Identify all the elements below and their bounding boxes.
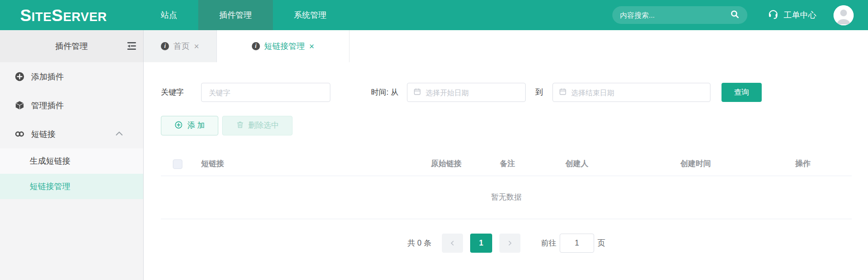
search-input[interactable] (620, 11, 730, 19)
nav-item-system-management[interactable]: 系统管理 (273, 0, 348, 30)
sidebar-item-manage-plugins[interactable]: 管理插件 (0, 91, 143, 120)
short-link-table: 短链接 原始链接 备注 创建人 创建时间 操作 暂无数据 (161, 152, 852, 219)
logo-letter: ITE (32, 10, 52, 24)
sidebar-subitem-generate-short-link[interactable]: 生成短链接 (0, 148, 143, 174)
info-icon (161, 42, 169, 50)
sidebar-title: 插件管理 (56, 41, 88, 52)
logo-letter: S (20, 6, 32, 24)
start-date-input[interactable] (407, 83, 526, 102)
end-date-input[interactable] (552, 83, 710, 102)
sidebar-item-label: 管理插件 (31, 100, 64, 111)
close-icon[interactable] (309, 42, 315, 51)
goto-page-input[interactable] (560, 234, 594, 253)
sidebar: 插件管理 添加插件 (0, 30, 144, 280)
keyword-label: 关键字 (161, 88, 184, 98)
delete-button-label: 删除选中 (248, 121, 279, 131)
ticket-center-label: 工单中心 (784, 10, 816, 21)
keyword-input[interactable] (201, 83, 330, 102)
close-icon[interactable] (194, 42, 199, 51)
add-button-label: 添 加 (187, 121, 204, 131)
content-panel: 关键字 时间: 从 到 (161, 83, 852, 253)
next-page-button[interactable] (499, 234, 520, 253)
sidebar-item-label: 添加插件 (31, 71, 64, 82)
action-row: 添 加 删除选中 (161, 116, 852, 135)
calendar-icon (413, 88, 421, 98)
page-layout: 插件管理 添加插件 (0, 30, 868, 280)
table-header-row: 短链接 原始链接 备注 创建人 创建时间 操作 (161, 152, 852, 176)
tab-home[interactable]: 首页 (144, 30, 217, 62)
header-search[interactable] (612, 6, 747, 24)
total-count: 共 0 条 (407, 238, 431, 248)
avatar[interactable] (834, 5, 854, 25)
trash-icon (236, 121, 244, 131)
sidebar-item-label: 短链接 (31, 129, 56, 140)
page-suffix-label: 页 (597, 238, 605, 248)
page-number-current[interactable]: 1 (470, 234, 492, 253)
link-icon (14, 129, 25, 139)
header-checkbox-cell (161, 159, 194, 169)
logo-letter: S (52, 6, 63, 24)
top-header: SITESERVER 站点 插件管理 系统管理 工单中心 (0, 0, 868, 30)
column-header-actions: 操作 (789, 159, 851, 169)
logo-letter: ERVER (63, 10, 107, 24)
tab-label: 短链接管理 (264, 41, 305, 52)
filter-row: 关键字 时间: 从 到 (161, 83, 852, 102)
sidebar-menu: 添加插件 管理插件 短 (0, 62, 143, 199)
main-nav: 站点 插件管理 系统管理 (140, 0, 348, 30)
query-button[interactable]: 查询 (721, 83, 762, 102)
column-header-short-link: 短链接 (194, 159, 424, 169)
search-icon[interactable] (730, 10, 740, 21)
column-header-creator: 创建人 (559, 159, 674, 169)
time-from-label: 时间: 从 (371, 88, 398, 98)
sidebar-item-short-link[interactable]: 短链接 (0, 120, 143, 148)
pagination: 共 0 条 1 前往 页 (161, 234, 852, 253)
to-label: 到 (535, 88, 543, 98)
select-all-checkbox[interactable] (173, 159, 182, 169)
prev-page-button[interactable] (442, 234, 463, 253)
end-date-field[interactable] (571, 89, 704, 97)
goto-label: 前往 (541, 238, 556, 248)
column-header-created-time: 创建时间 (674, 159, 789, 169)
nav-item-sites[interactable]: 站点 (140, 0, 198, 30)
column-header-note: 备注 (493, 159, 559, 169)
cube-icon (14, 100, 25, 111)
calendar-icon (559, 88, 567, 98)
sidebar-item-add-plugin[interactable]: 添加插件 (0, 62, 143, 91)
collapse-menu-icon[interactable] (126, 41, 137, 54)
tab-bar: 首页 短链接管理 (144, 30, 868, 62)
column-header-original-link: 原始链接 (424, 159, 493, 169)
circle-plus-icon (14, 71, 25, 82)
tab-label: 首页 (173, 41, 190, 52)
info-icon (252, 42, 260, 50)
tab-short-link-management[interactable]: 短链接管理 (217, 30, 349, 62)
start-date-field[interactable] (426, 89, 521, 97)
sidebar-header: 插件管理 (0, 30, 143, 62)
headset-icon (767, 8, 779, 22)
chevron-up-icon (115, 129, 123, 139)
sidebar-subitem-short-link-management[interactable]: 短链接管理 (0, 174, 143, 199)
main-area: 首页 短链接管理 关键字 时间: 从 (144, 30, 868, 280)
add-button[interactable]: 添 加 (161, 116, 218, 135)
nav-item-plugin-management[interactable]: 插件管理 (198, 0, 273, 30)
table-empty-state: 暂无数据 (161, 176, 852, 219)
ticket-center-button[interactable]: 工单中心 (767, 8, 816, 22)
delete-selected-button[interactable]: 删除选中 (222, 116, 293, 135)
plus-circle-icon (174, 121, 183, 131)
logo: SITESERVER (20, 6, 124, 25)
